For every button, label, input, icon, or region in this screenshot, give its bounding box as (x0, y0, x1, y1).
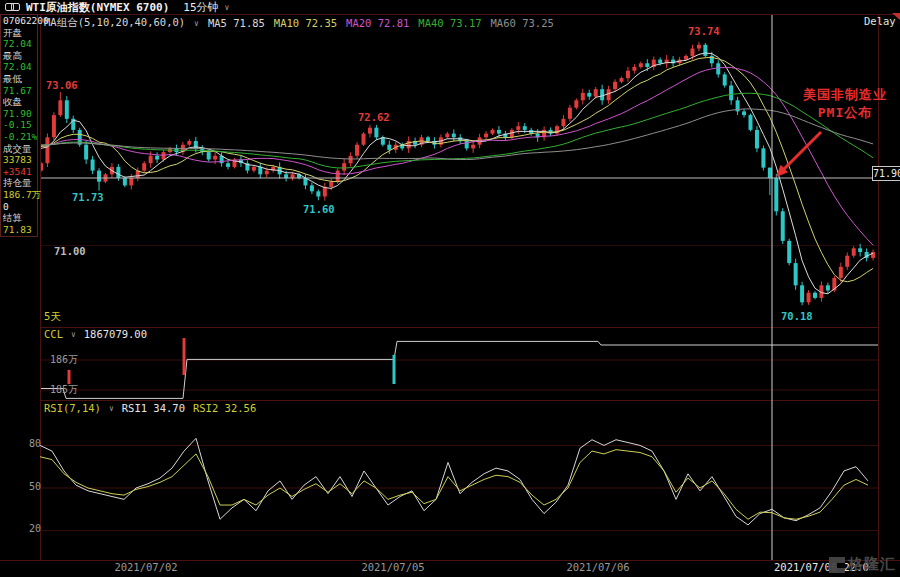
chart-canvas (0, 0, 900, 577)
watermark: 格隆汇 (829, 555, 896, 574)
ma-readout: MA40 73.17 (418, 17, 481, 29)
ma-readout-value: 72.35 (305, 17, 337, 29)
sidebar-field: 33783 (1, 154, 37, 166)
ma-readout-value: 71.85 (233, 17, 265, 29)
sidebar-field: 71.83 (1, 224, 37, 236)
ma-readout: MA20 72.81 (346, 17, 409, 29)
ma-line-5 (41, 53, 873, 294)
link-icon[interactable] (5, 3, 20, 11)
price-annotation: 71.00 (54, 245, 86, 257)
sidebar-field: 结算 (1, 212, 37, 224)
ma-readout-label: MA60 (491, 17, 516, 29)
rsi-line-1 (40, 438, 868, 525)
rsi2-value: 32.56 (225, 402, 257, 414)
title-bar: WTI原油指数(NYMEX 6700) 15分钟 ∨ (0, 0, 900, 14)
ma-readout: MA60 73.25 (491, 17, 554, 29)
price-annotation: 73.06 (46, 79, 78, 91)
sidebar-field: 最低 (1, 73, 37, 85)
rsi-ytick-80: 80 (26, 438, 41, 449)
sidebar-field: -0.21% (1, 131, 37, 143)
ma-indicator-row: MA组合(5,10,20,40,60,0) ∨ MA5 71.85MA10 72… (44, 16, 554, 30)
sidebar-field: +3541 (1, 166, 37, 178)
price-annotation: 71.60 (303, 203, 335, 215)
rsi2-label: RSI2 (193, 402, 218, 414)
rsi1-value: 34.70 (153, 402, 185, 414)
rsi-ytick-50: 50 (26, 481, 41, 492)
sidebar-field: 持仓量 (1, 177, 37, 189)
symbol-title[interactable]: WTI原油指数(NYMEX 6700) (26, 0, 169, 15)
interval-selector[interactable]: 15分钟 (183, 0, 218, 15)
rsi-ytick-20: 20 (26, 523, 41, 534)
sidebar-field: 186.7万 (1, 189, 37, 201)
alert-corner-icon (892, 13, 900, 20)
sidebar-field: 成交量 (1, 143, 37, 155)
ma-readout-label: MA20 (346, 17, 371, 29)
ccl-period-tab[interactable]: 5天 (44, 310, 61, 324)
price-annotation: 71.73 (72, 191, 104, 203)
annotation-line2: PMI公布 (790, 104, 900, 122)
watermark-text: 格隆汇 (848, 555, 896, 574)
chevron-down-icon[interactable]: ∨ (109, 404, 114, 413)
ma-readout: MA5 71.85 (208, 17, 265, 29)
chevron-down-icon[interactable]: ∨ (225, 3, 230, 12)
annotation-arrow (780, 132, 821, 173)
sidebar-field: 71.90 (1, 108, 37, 120)
price-annotation: 72.62 (358, 111, 390, 123)
price-annotation: 70.18 (781, 310, 813, 322)
ccl-indicator-row: CCL ∨ 1867079.00 (44, 328, 147, 340)
x-axis-date: 2021/07/02 (101, 561, 191, 573)
ma-line-10 (41, 57, 873, 281)
ccl-ytick-185: 185万 (50, 383, 78, 397)
ma-line-20 (41, 68, 873, 246)
ccl-ytick-186: 186万 (50, 353, 78, 367)
trading-terminal: WTI原油指数(NYMEX 6700) 15分钟 ∨ 07062200开盘72.… (0, 0, 900, 577)
last-price-tag: 71.90 (872, 166, 900, 181)
sidebar-field: 0 (1, 201, 37, 213)
sidebar-field: 72.04 (1, 38, 37, 50)
chevron-down-icon[interactable]: ∨ (71, 330, 76, 339)
ccl-value: 1867079.00 (84, 328, 147, 340)
sidebar-field: 收盘 (1, 96, 37, 108)
ma-readout-label: MA10 (274, 17, 299, 29)
rsi-indicator-row: RSI(7,14) ∨ RSI1 34.70 RSI2 32.56 (44, 402, 256, 414)
ma-readout: MA10 72.35 (274, 17, 337, 29)
sidebar-field: 71.67 (1, 85, 37, 97)
rsi-label[interactable]: RSI(7,14) (44, 402, 101, 414)
sidebar-field: 开盘 (1, 27, 37, 39)
quote-sidebar: 07062200开盘72.04最高72.04最低71.67收盘71.90-0.1… (0, 14, 38, 237)
x-axis-date: 2021/07/06 (553, 561, 643, 573)
ccl-label[interactable]: CCL (44, 328, 63, 340)
news-annotation: 美国非制造业 PMI公布 (790, 86, 900, 122)
ma-readout-value: 73.25 (522, 17, 554, 29)
delay-badge: Delay (864, 15, 896, 27)
ma-readout-label: MA5 (208, 17, 227, 29)
price-annotation: 73.74 (688, 25, 720, 37)
ma-settings-label[interactable]: MA组合(5,10,20,40,60,0) (44, 16, 185, 30)
sidebar-field: 07062200 (1, 15, 37, 27)
sidebar-field: 72.04 (1, 61, 37, 73)
main-chart (39, 42, 875, 305)
x-axis-date: 2021/07/05 (348, 561, 438, 573)
rsi-line-2 (40, 450, 868, 520)
sidebar-field: 最高 (1, 50, 37, 62)
ma-line-60 (41, 109, 873, 160)
sidebar-field: -0.15 (1, 119, 37, 131)
chevron-down-icon[interactable]: ∨ (194, 19, 199, 28)
rsi1-label: RSI1 (122, 402, 147, 414)
annotation-line1: 美国非制造业 (790, 86, 900, 104)
ma-readout-label: MA40 (418, 17, 443, 29)
ma-readout-value: 72.81 (378, 17, 410, 29)
gelonghui-logo-icon (829, 557, 845, 573)
ma-readout-value: 73.17 (450, 17, 482, 29)
